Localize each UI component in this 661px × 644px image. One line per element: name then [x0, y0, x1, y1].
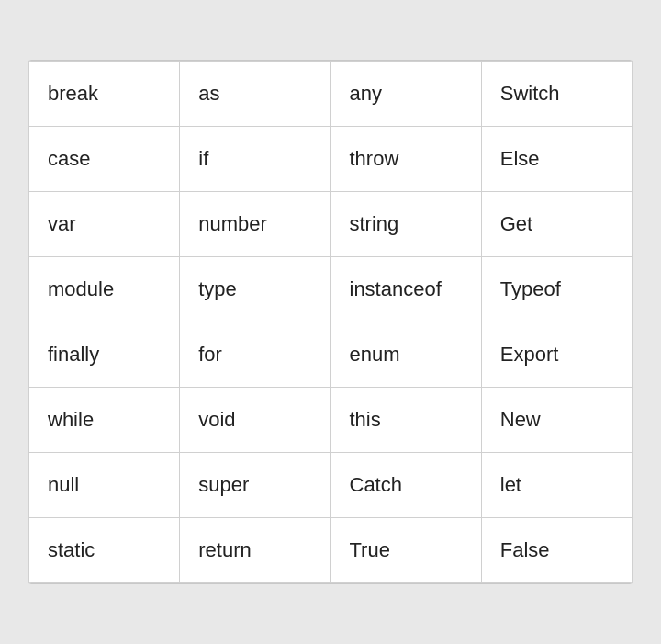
table-cell: case — [29, 127, 180, 192]
table-cell: static — [29, 518, 180, 583]
table-cell: finally — [29, 322, 180, 388]
table-cell: super — [180, 453, 330, 518]
table-row: varnumberstringGet — [29, 192, 633, 257]
keyword-table-container: breakasanySwitchcaseifthrowElsevarnumber… — [28, 60, 633, 584]
table-row: finallyforenumExport — [29, 322, 633, 388]
table-row: moduletypeinstanceofTypeof — [29, 257, 633, 322]
table-row: breakasanySwitch — [29, 62, 633, 127]
table-cell: var — [29, 192, 180, 257]
table-cell: break — [29, 62, 180, 127]
table-cell: throw — [330, 127, 481, 192]
table-cell: return — [180, 518, 330, 583]
table-cell: False — [481, 518, 632, 583]
table-cell: for — [180, 322, 330, 388]
table-cell: number — [180, 192, 330, 257]
table-cell: Catch — [330, 453, 481, 518]
table-cell: while — [29, 388, 180, 453]
table-row: whilevoidthisNew — [29, 388, 633, 453]
table-cell: Switch — [481, 62, 632, 127]
table-cell: void — [180, 388, 330, 453]
table-cell: let — [481, 453, 632, 518]
table-cell: this — [330, 388, 481, 453]
table-cell: any — [330, 62, 481, 127]
table-row: staticreturnTrueFalse — [29, 518, 633, 583]
table-cell: True — [330, 518, 481, 583]
table-cell: string — [330, 192, 481, 257]
table-cell: enum — [330, 322, 481, 388]
table-cell: Else — [481, 127, 632, 192]
table-cell: as — [180, 62, 330, 127]
table-cell: New — [481, 388, 632, 453]
keyword-table: breakasanySwitchcaseifthrowElsevarnumber… — [28, 61, 633, 583]
table-cell: Typeof — [481, 257, 632, 322]
table-cell: module — [29, 257, 180, 322]
table-cell: instanceof — [330, 257, 481, 322]
table-cell: if — [180, 127, 330, 192]
table-cell: type — [180, 257, 330, 322]
table-cell: Export — [481, 322, 632, 388]
table-row: caseifthrowElse — [29, 127, 633, 192]
table-cell: null — [29, 453, 180, 518]
table-cell: Get — [481, 192, 632, 257]
table-row: nullsuperCatchlet — [29, 453, 633, 518]
